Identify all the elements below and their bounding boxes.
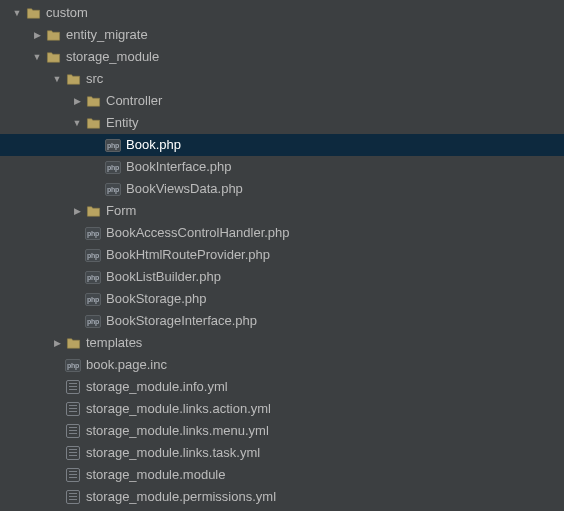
tree-row[interactable]: ▶phpBookListBuilder.php — [0, 266, 564, 288]
chevron-right-icon[interactable]: ▶ — [72, 206, 82, 216]
tree-row[interactable]: ▶phpBookAccessControlHandler.php — [0, 222, 564, 244]
tree-item-label: Entity — [106, 112, 139, 134]
folder-icon — [85, 115, 101, 131]
config-file-icon — [65, 467, 81, 483]
tree-item-label: BookViewsData.php — [126, 178, 243, 200]
tree-item-label: BookInterface.php — [126, 156, 232, 178]
tree-item-label: Book.php — [126, 134, 181, 156]
config-file-icon — [65, 489, 81, 505]
php-file-icon: php — [85, 291, 101, 307]
php-file-icon: php — [105, 137, 121, 153]
tree-item-label: custom — [46, 2, 88, 24]
tree-item-label: templates — [86, 332, 142, 354]
tree-row[interactable]: ▶Controller — [0, 90, 564, 112]
php-file-icon: php — [85, 269, 101, 285]
config-file-icon — [65, 401, 81, 417]
tree-item-label: storage_module.permissions.yml — [86, 486, 276, 508]
config-file-icon — [65, 445, 81, 461]
tree-item-label: storage_module.links.menu.yml — [86, 420, 269, 442]
tree-row[interactable]: ▶phpBookStorage.php — [0, 288, 564, 310]
chevron-right-icon[interactable]: ▶ — [52, 338, 62, 348]
folder-icon — [85, 203, 101, 219]
config-file-icon — [65, 423, 81, 439]
tree-row[interactable]: ▶storage_module.info.yml — [0, 376, 564, 398]
tree-item-label: BookStorage.php — [106, 288, 206, 310]
tree-row[interactable]: ▶phpBookInterface.php — [0, 156, 564, 178]
tree-row[interactable]: ▶storage_module.module — [0, 464, 564, 486]
tree-row[interactable]: ▼storage_module — [0, 46, 564, 68]
tree-row[interactable]: ▶storage_module.links.action.yml — [0, 398, 564, 420]
chevron-right-icon[interactable]: ▶ — [32, 30, 42, 40]
php-file-icon: php — [85, 247, 101, 263]
tree-item-label: BookStorageInterface.php — [106, 310, 257, 332]
tree-item-label: entity_migrate — [66, 24, 148, 46]
folder-icon — [25, 5, 41, 21]
tree-item-label: storage_module.module — [86, 464, 225, 486]
folder-icon — [85, 93, 101, 109]
tree-item-label: book.page.inc — [86, 354, 167, 376]
chevron-right-icon[interactable]: ▶ — [72, 96, 82, 106]
tree-item-label: BookHtmlRouteProvider.php — [106, 244, 270, 266]
chevron-down-icon[interactable]: ▼ — [52, 74, 62, 84]
php-file-icon: php — [85, 225, 101, 241]
tree-row[interactable]: ▶templates — [0, 332, 564, 354]
tree-row[interactable]: ▶phpBookStorageInterface.php — [0, 310, 564, 332]
folder-icon — [45, 49, 61, 65]
tree-item-label: Controller — [106, 90, 162, 112]
php-file-icon: php — [65, 357, 81, 373]
tree-row[interactable]: ▶Form — [0, 200, 564, 222]
tree-item-label: src — [86, 68, 103, 90]
php-file-icon: php — [105, 159, 121, 175]
tree-item-label: BookAccessControlHandler.php — [106, 222, 290, 244]
php-file-icon: php — [105, 181, 121, 197]
config-file-icon — [65, 379, 81, 395]
tree-row[interactable]: ▶storage_module.permissions.yml — [0, 486, 564, 508]
tree-item-label: BookListBuilder.php — [106, 266, 221, 288]
folder-icon — [65, 71, 81, 87]
tree-item-label: storage_module.info.yml — [86, 376, 228, 398]
tree-item-label: storage_module.links.action.yml — [86, 398, 271, 420]
tree-row[interactable]: ▶phpbook.page.inc — [0, 354, 564, 376]
tree-item-label: Form — [106, 200, 136, 222]
tree-row[interactable]: ▶storage_module.links.task.yml — [0, 442, 564, 464]
tree-item-label: storage_module.links.task.yml — [86, 442, 260, 464]
tree-row[interactable]: ▶phpBook.php — [0, 134, 564, 156]
tree-row[interactable]: ▶storage_module.links.menu.yml — [0, 420, 564, 442]
php-file-icon: php — [85, 313, 101, 329]
tree-row[interactable]: ▼custom — [0, 2, 564, 24]
folder-icon — [65, 335, 81, 351]
tree-row[interactable]: ▶entity_migrate — [0, 24, 564, 46]
tree-item-label: storage_module — [66, 46, 159, 68]
chevron-down-icon[interactable]: ▼ — [32, 52, 42, 62]
chevron-down-icon[interactable]: ▼ — [72, 118, 82, 128]
tree-row[interactable]: ▼src — [0, 68, 564, 90]
folder-icon — [45, 27, 61, 43]
chevron-down-icon[interactable]: ▼ — [12, 8, 22, 18]
tree-row[interactable]: ▶phpBookViewsData.php — [0, 178, 564, 200]
tree-row[interactable]: ▼Entity — [0, 112, 564, 134]
project-tree[interactable]: ▼custom▶entity_migrate▼storage_module▼sr… — [0, 0, 564, 508]
tree-row[interactable]: ▶phpBookHtmlRouteProvider.php — [0, 244, 564, 266]
